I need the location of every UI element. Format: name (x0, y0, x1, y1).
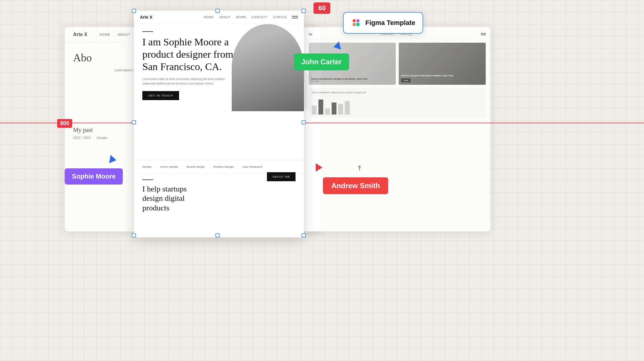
guide-label: 800 (57, 119, 72, 128)
skill-product: Product Design (213, 165, 243, 168)
right-card-bottom: amet consectetur adipiscing ac tempor co… (309, 88, 486, 118)
left-card-logo: Arte X (73, 32, 87, 37)
cursor-arrow-red (316, 163, 322, 172)
left-nav-home: HOME (99, 33, 110, 36)
bar-4 (332, 102, 336, 115)
main-nav-links: HOME ABOUT WORK CONTACT CART(3) (204, 16, 287, 19)
right-card-item-2: Interior design in Brooklyn Heights, New… (399, 43, 486, 85)
sophie-moore-label: Sophie Moore (65, 168, 123, 185)
hero-divider (142, 31, 153, 32)
guide-line-horizontal (0, 123, 644, 123)
figma-template-text: Figma Template (365, 19, 415, 27)
main-bottom: I help startups design digital products … (134, 173, 304, 219)
svg-rect-2 (356, 19, 359, 22)
get-in-touch-button[interactable]: GET IN TOUCH (142, 91, 179, 100)
hamburger-line-2 (292, 18, 298, 18)
hero-image (232, 24, 304, 111)
skill-brand: Brand Design (187, 165, 214, 168)
right-item-2-overlay: Interior design in Brooklyn Heights, New… (401, 74, 483, 82)
right-card-bar-chart (312, 96, 483, 115)
right-hamburger-line2 (481, 35, 486, 35)
left-card-company: Google (97, 136, 107, 139)
bar-1 (312, 106, 317, 115)
main-hero: I am Sophie Moore a product designer fro… (134, 24, 304, 100)
hero-image-inner (232, 24, 304, 111)
skill-design: Design (142, 165, 160, 168)
bar-5 (338, 104, 343, 115)
selection-handle-br[interactable] (302, 233, 306, 237)
hamburger-line-1 (292, 16, 298, 17)
selection-handle-tl[interactable] (132, 9, 136, 13)
bottom-divider (142, 179, 153, 180)
figma-icon (351, 17, 362, 28)
right-hamburger (481, 33, 486, 35)
selection-handle-tr[interactable] (302, 9, 306, 13)
bar-2 (318, 99, 323, 115)
left-card-nav-items: HOME ABOUT (99, 33, 131, 36)
nav-home[interactable]: HOME (204, 16, 214, 19)
hamburger-menu[interactable] (292, 16, 298, 18)
about-me-button[interactable]: ABOUT ME (267, 172, 296, 181)
skill-uiux: UI/UX Design (160, 165, 187, 168)
top-number-badge: 60 (314, 2, 330, 14)
right-item-2-title: Interior design in Brooklyn Heights, New… (401, 74, 483, 77)
bottom-heading: I help startups design digital products (142, 184, 209, 213)
skills-row: Design UI/UX Design Brand Design Product… (134, 160, 304, 173)
main-center-card: Arte X HOME ABOUT WORK CONTACT CART(3) I… (134, 11, 304, 237)
nav-contact[interactable]: CONTACT (252, 16, 268, 19)
svg-rect-1 (353, 23, 356, 26)
bottom-row: I help startups design digital products … (142, 184, 296, 213)
figma-template-badge: Figma Template (343, 12, 423, 34)
bar-6 (345, 101, 350, 115)
right-item-2-btn[interactable]: View (401, 78, 410, 82)
right-card-bottom-text: amet consectetur adipiscing ac tempor co… (312, 91, 483, 94)
svg-rect-4 (356, 23, 359, 26)
selection-handle-bm[interactable] (215, 233, 220, 237)
main-logo: Arte X (140, 15, 152, 20)
selection-handle-tm[interactable] (215, 9, 220, 13)
right-hamburger-line1 (481, 33, 486, 34)
right-item-1-title: House architecture design in Brooklyn, N… (311, 78, 393, 80)
selection-handle-ml[interactable] (132, 120, 136, 124)
nav-about[interactable]: ABOUT (219, 16, 231, 19)
right-item-1-overlay: House architecture design in Brooklyn, N… (311, 78, 393, 82)
hero-para: Lorem ipsum dolor sit amet consectetur a… (142, 77, 227, 86)
selection-handle-mr[interactable] (302, 120, 306, 124)
right-item-1-price: $12,000 (311, 80, 393, 82)
nav-work[interactable]: WORK (236, 16, 246, 19)
left-nav-about: ABOUT (118, 33, 131, 36)
right-card-logo: re (309, 32, 312, 36)
john-carter-label: John Carter (294, 54, 349, 70)
bar-3 (325, 109, 330, 115)
skill-research: User Research (243, 165, 271, 168)
svg-rect-0 (353, 19, 356, 22)
hero-heading: I am Sophie Moore a product designer fro… (142, 36, 245, 73)
selection-handle-bl[interactable] (132, 233, 136, 237)
left-card-year: 2022 / 2023 (73, 136, 91, 139)
nav-cart[interactable]: CART(3) (273, 16, 287, 19)
andrew-smith-label: Andrew Smith (323, 177, 388, 194)
